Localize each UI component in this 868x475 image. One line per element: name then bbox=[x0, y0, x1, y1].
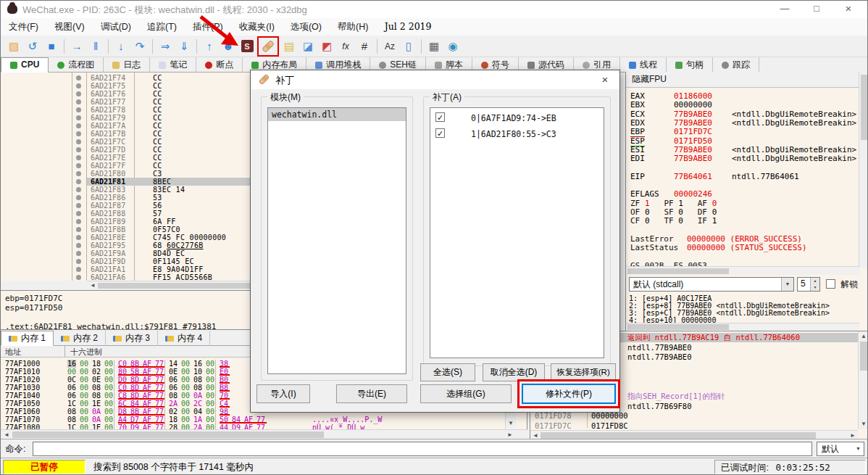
spin-down-icon[interactable]: ▼ bbox=[810, 284, 819, 291]
register-value[interactable]: 00000246 bbox=[674, 190, 712, 199]
breakpoint-dot-icon[interactable] bbox=[76, 275, 81, 280]
run-up-icon[interactable]: ↑ bbox=[201, 37, 218, 56]
register-row[interactable]: ESI77B9ABE0<ntdll.DbgUiRemoteBreakin> bbox=[626, 146, 858, 154]
unlock-checkbox[interactable]: 解锁 bbox=[826, 278, 858, 291]
modules-icon[interactable]: ▯ bbox=[400, 37, 417, 56]
register-row[interactable] bbox=[626, 226, 858, 235]
stop-icon[interactable]: ■ bbox=[43, 37, 60, 56]
breakpoint-dot-icon[interactable] bbox=[76, 75, 81, 80]
tab-句柄[interactable]: 句柄 bbox=[667, 57, 713, 73]
register-value[interactable]: 77B9ABE0 bbox=[674, 110, 712, 119]
chevron-down-icon[interactable]: ▼ bbox=[781, 278, 793, 291]
register-value[interactable]: 77B64061 bbox=[674, 173, 712, 181]
menu-item-P[interactable]: 插件(P) bbox=[185, 18, 231, 36]
restore-selection-button[interactable]: 恢复选择项(R) bbox=[551, 363, 616, 381]
breakpoint-dot-icon[interactable] bbox=[76, 83, 81, 88]
register-value[interactable]: 0171FD7C bbox=[674, 128, 712, 136]
breakpoint-dot-icon[interactable] bbox=[76, 99, 81, 104]
export-button[interactable]: 导出(E) bbox=[336, 384, 407, 403]
flag-value[interactable]: 1 bbox=[645, 199, 650, 208]
args-hscrollbar[interactable] bbox=[626, 323, 859, 331]
restart-icon[interactable]: ↺ bbox=[24, 37, 41, 56]
patch-checkbox[interactable]: ✓ bbox=[435, 128, 445, 138]
scylla-icon[interactable]: S bbox=[238, 37, 256, 56]
select-group-button[interactable]: 选择组(G) bbox=[420, 384, 512, 403]
breakpoint-dot-icon[interactable] bbox=[76, 163, 81, 168]
breakpoint-dot-icon[interactable] bbox=[76, 227, 81, 232]
register-value[interactable]: 00000000 bbox=[674, 101, 712, 110]
hash-icon[interactable]: # bbox=[356, 37, 373, 56]
breakpoint-dot-icon[interactable] bbox=[76, 219, 81, 224]
scroll-left-arrow[interactable]: ◄ bbox=[531, 431, 540, 439]
scroll-thumb[interactable] bbox=[861, 75, 868, 140]
maximize-button[interactable]: □ bbox=[801, 1, 832, 18]
register-row[interactable]: EFLAGS00000246 bbox=[626, 190, 858, 199]
breakpoint-dot-icon[interactable] bbox=[76, 187, 81, 192]
patch-file-button[interactable]: 修补文件(P) bbox=[522, 384, 616, 404]
register-row[interactable] bbox=[626, 163, 858, 172]
step-out-icon[interactable]: ⇓ bbox=[175, 37, 193, 56]
tab-断点[interactable]: 断点 bbox=[196, 57, 243, 73]
menu-item-D[interactable]: 调试(D) bbox=[93, 18, 139, 36]
stack-vscrollbar[interactable]: ▲ ▼ bbox=[858, 331, 868, 429]
stack-hscrollbar[interactable]: ◄ ► bbox=[530, 430, 858, 439]
pause-icon[interactable]: ‖ bbox=[87, 37, 104, 56]
breakpoint-dot-icon[interactable] bbox=[76, 139, 81, 144]
select-all-button[interactable]: 全选(S) bbox=[420, 363, 475, 381]
args-depth-stepper[interactable]: 5 ▲ ▼ bbox=[797, 277, 820, 292]
memory-row[interactable]: 77AF107008000A00A4D7AF7718001A005084AF77… bbox=[1, 416, 517, 424]
flag-value[interactable]: 0 bbox=[678, 207, 683, 217]
scroll-right-arrow[interactable]: ► bbox=[848, 431, 857, 439]
breakpoint-dot-icon[interactable] bbox=[76, 123, 81, 128]
register-row[interactable]: EAX01186000 bbox=[626, 92, 858, 101]
memory-hscrollbar[interactable]: ◄ ► bbox=[1, 429, 527, 439]
functions-icon[interactable]: fx bbox=[337, 37, 354, 56]
register-value[interactable]: 77B9ABE0 bbox=[674, 119, 712, 128]
scroll-down-arrow[interactable]: ▼ bbox=[859, 420, 868, 429]
module-list-item[interactable]: wechatwin.dll bbox=[268, 108, 406, 121]
flag-value[interactable]: 0 bbox=[645, 207, 650, 217]
menu-item-I[interactable]: 收藏夹(I) bbox=[231, 18, 283, 36]
menu-item-V[interactable]: 视图(V) bbox=[46, 18, 93, 36]
breakpoint-dot-icon[interactable] bbox=[76, 147, 81, 152]
tab-日志[interactable]: 日志 bbox=[104, 57, 150, 73]
register-row[interactable]: LastStatus00000000 (STATUS_SUCCESS) bbox=[626, 244, 858, 252]
menu-item-H[interactable]: 帮助(H) bbox=[330, 18, 376, 36]
breakpoint-dot-icon[interactable] bbox=[76, 91, 81, 96]
tab-CPU[interactable]: CPU bbox=[1, 57, 49, 73]
deselect-all-button[interactable]: 取消全选(D) bbox=[483, 363, 545, 381]
scroll-thumb[interactable] bbox=[627, 324, 729, 330]
register-value[interactable]: 0171FD50 bbox=[674, 137, 712, 146]
register-row[interactable]: CF 0 TF 0 IF 1 bbox=[630, 217, 862, 226]
close-button[interactable]: × bbox=[832, 1, 864, 18]
flag-value[interactable]: 0 bbox=[678, 216, 683, 226]
breakpoint-dot-icon[interactable] bbox=[76, 107, 81, 112]
menu-item-T[interactable]: 追踪(T) bbox=[139, 18, 185, 36]
register-row[interactable]: ZF 1 PF 1 AF 0 bbox=[630, 199, 862, 208]
breakpoint-dot-icon[interactable] bbox=[76, 179, 81, 184]
register-row[interactable]: EDX77B9ABE0<ntdll.DbgUiRemoteBreakin> bbox=[626, 119, 858, 128]
register-row[interactable]: EBX00000000 bbox=[626, 101, 858, 110]
labels-icon[interactable]: ◪ bbox=[299, 37, 317, 56]
scroll-up-arrow[interactable]: ▲ bbox=[859, 332, 868, 341]
dialog-close-icon[interactable]: × bbox=[596, 72, 614, 88]
flag-value[interactable]: 1 bbox=[678, 199, 683, 208]
tab-流程图[interactable]: 流程图 bbox=[49, 57, 104, 73]
memory-tab-内存 3[interactable]: 内存 3 bbox=[106, 331, 158, 346]
command-profile-select[interactable]: 默认 ▼ bbox=[817, 442, 864, 456]
modules-listbox[interactable]: wechatwin.dll bbox=[267, 107, 406, 374]
run-to-user-icon[interactable]: ☻ bbox=[220, 37, 237, 56]
patch-list-item[interactable]: ✓1|6AD21F80:55->C3 bbox=[430, 127, 604, 141]
scroll-thumb[interactable] bbox=[627, 268, 729, 274]
menu-item-O[interactable]: 选项(O) bbox=[283, 18, 330, 36]
open-folder-icon[interactable]: ▨ bbox=[5, 37, 22, 56]
hide-fpu-button[interactable]: 隐藏FPU bbox=[626, 72, 868, 88]
breakpoint-dot-icon[interactable] bbox=[76, 267, 81, 272]
register-row[interactable]: EBP0171FD7C bbox=[626, 128, 858, 136]
calculator-icon[interactable]: ▦ bbox=[425, 37, 443, 56]
breakpoint-dot-icon[interactable] bbox=[76, 203, 81, 208]
globe-icon[interactable]: ◉ bbox=[444, 37, 462, 56]
breakpoint-dot-icon[interactable] bbox=[76, 115, 81, 120]
breakpoint-dot-icon[interactable] bbox=[76, 211, 81, 216]
breakpoint-dot-icon[interactable] bbox=[76, 131, 81, 136]
